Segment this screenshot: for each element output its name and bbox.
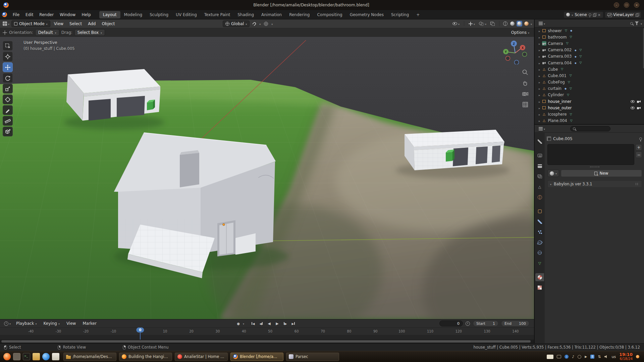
transform-orientation-select[interactable]: Global: [223, 20, 250, 27]
babylon-panel-header[interactable]: Babylon.js ver 3.3.1: [547, 180, 642, 188]
main-house[interactable]: [114, 133, 288, 278]
timeline-menu-item[interactable]: Marker: [79, 321, 100, 326]
outliner-row[interactable]: Cube.001: [535, 72, 644, 79]
current-frame-field[interactable]: 0: [439, 320, 463, 326]
timeline-editor-type-button[interactable]: [3, 320, 12, 327]
properties-tab[interactable]: [535, 152, 544, 160]
taskbar-window-button[interactable]: Building the Hanging G...: [119, 353, 172, 361]
workspace-tab[interactable]: Sculpting: [146, 11, 172, 18]
tool-move[interactable]: [3, 62, 13, 72]
show-gizmo-button[interactable]: [467, 20, 476, 27]
properties-tab[interactable]: [535, 137, 544, 145]
garage-building[interactable]: [64, 69, 164, 130]
expand-arrow-icon[interactable]: [539, 112, 540, 117]
mode-select[interactable]: Object Mode: [11, 20, 50, 27]
viewport-canvas[interactable]: [0, 37, 534, 319]
search-icon[interactable]: [630, 22, 633, 25]
outliner-row[interactable]: Cylinder: [535, 92, 644, 98]
next-keyframe-button[interactable]: [282, 320, 289, 326]
orientation-dropdown[interactable]: Default: [35, 29, 59, 36]
outliner-row[interactable]: Camera: [535, 40, 644, 47]
workspace-tab[interactable]: UV Editing: [172, 11, 201, 18]
pin-icon[interactable]: [589, 13, 591, 16]
launcher-icon[interactable]: [42, 353, 50, 360]
timeline-scrollbar[interactable]: [0, 340, 534, 343]
tray-icon[interactable]: [598, 355, 601, 359]
properties-tab[interactable]: [535, 273, 544, 281]
expand-arrow-icon[interactable]: [539, 28, 540, 33]
new-viewlayer-icon[interactable]: [636, 13, 639, 16]
expand-arrow-icon[interactable]: [539, 73, 540, 78]
outliner-row[interactable]: Camera.002: [535, 47, 644, 53]
outliner-row[interactable]: house_outer: [535, 105, 644, 111]
expand-arrow-icon[interactable]: [539, 61, 540, 65]
x-axis-neg-ball[interactable]: [506, 56, 510, 61]
hide-in-viewport-toggle[interactable]: [631, 107, 635, 109]
maximize-button[interactable]: [624, 2, 629, 8]
ortho-grid-icon[interactable]: [522, 101, 529, 108]
z-axis-neg-ball[interactable]: [515, 60, 519, 65]
tray-icon[interactable]: [547, 355, 553, 359]
tray-icon[interactable]: [557, 355, 561, 358]
frame-end-field[interactable]: End100: [501, 320, 529, 326]
editor-type-button[interactable]: [1, 20, 11, 27]
viewport-menu-item[interactable]: Select: [66, 21, 85, 26]
shading-material-button[interactable]: [517, 21, 522, 26]
menubar-item[interactable]: Render: [36, 12, 57, 17]
y-axis-neg-ball[interactable]: [523, 52, 527, 57]
scrollbar-handle[interactable]: [1, 340, 531, 343]
viewport-menu-item[interactable]: Object: [99, 21, 118, 26]
shading-solid-button[interactable]: [509, 21, 515, 26]
properties-tab[interactable]: [535, 193, 544, 201]
tool-rotate[interactable]: [3, 73, 13, 83]
panel-collapse-chevron[interactable]: [550, 182, 551, 186]
proportional-options-chevron[interactable]: [271, 21, 273, 26]
expand-arrow-icon[interactable]: [539, 99, 540, 104]
tool-transform[interactable]: [3, 95, 13, 104]
menubar-item[interactable]: Help: [78, 12, 94, 17]
proportional-editing-toggle[interactable]: [263, 20, 269, 27]
outliner-row[interactable]: house_inner: [535, 98, 644, 105]
expand-arrow-icon[interactable]: [539, 86, 540, 91]
outliner-row[interactable]: bathroom: [535, 34, 644, 40]
outliner-row[interactable]: Plane.004: [535, 118, 644, 124]
snap-toggle[interactable]: [252, 20, 257, 27]
timeline-menu-item[interactable]: View: [63, 321, 79, 326]
browse-material-button[interactable]: [547, 170, 559, 177]
tray-icon[interactable]: [585, 355, 587, 358]
object-visibility-button[interactable]: [451, 20, 461, 27]
tray-icon[interactable]: [572, 355, 574, 359]
material-slot-list[interactable]: [547, 144, 634, 165]
expand-arrow-icon[interactable]: [539, 80, 540, 84]
shading-rendered-button[interactable]: [524, 21, 529, 26]
tool-cursor[interactable]: [3, 52, 13, 61]
taskbar-window-button[interactable]: AnalieStar | Home - Viv...: [175, 353, 228, 361]
pin-id-icon[interactable]: [639, 137, 642, 140]
jump-to-end-button[interactable]: [290, 320, 297, 326]
outliner-editor-type-button[interactable]: [537, 20, 546, 27]
drag-dropdown[interactable]: Select Box: [74, 29, 105, 36]
hide-in-viewport-toggle[interactable]: [631, 100, 635, 103]
expand-arrow-icon[interactable]: [539, 54, 540, 59]
frame-start-field[interactable]: Start1: [473, 320, 498, 326]
workspace-tab[interactable]: Scripting: [387, 11, 413, 18]
filter-chevron[interactable]: [641, 21, 642, 26]
workspace-tab[interactable]: Shading: [234, 11, 258, 18]
snap-options-chevron[interactable]: [259, 21, 261, 26]
toggle-xray-button[interactable]: [489, 20, 496, 27]
properties-tab[interactable]: [535, 183, 544, 191]
launcher-icon[interactable]: [52, 353, 59, 360]
properties-tab[interactable]: [535, 172, 544, 180]
shading-options-chevron[interactable]: [531, 21, 532, 26]
outliner-row[interactable]: curtain: [535, 85, 644, 92]
properties-tab[interactable]: [535, 238, 544, 246]
expand-arrow-icon[interactable]: [539, 35, 540, 40]
properties-tab[interactable]: [535, 162, 544, 170]
tray-icon[interactable]: [565, 355, 569, 359]
outliner-row[interactable]: Cube: [535, 66, 644, 72]
workspace-tab[interactable]: Texture Paint: [201, 11, 234, 18]
stopwatch-icon[interactable]: [466, 321, 470, 326]
auto-key-button[interactable]: [235, 320, 242, 326]
slot-specials[interactable]: [547, 165, 642, 169]
filter-icon[interactable]: [635, 21, 639, 25]
